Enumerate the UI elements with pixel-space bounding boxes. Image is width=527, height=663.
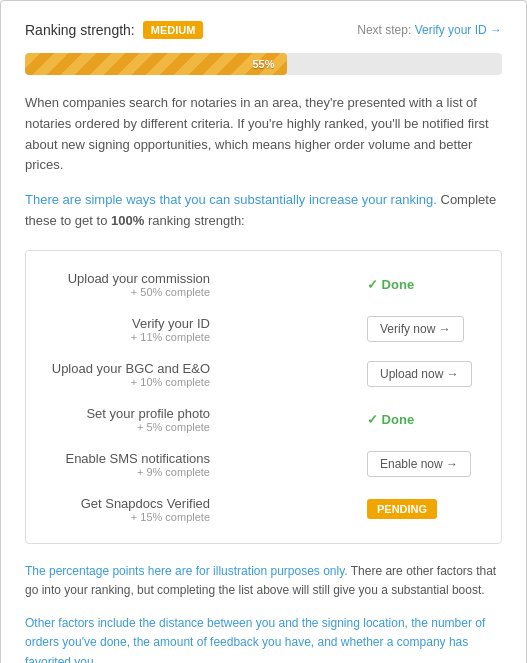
task-label-photo: Set your profile photo + 5% complete [50, 406, 210, 433]
done-label-photo: ✓ Done [367, 412, 414, 427]
done-label-commission: ✓ Done [367, 277, 414, 292]
task-row: Set your profile photo + 5% complete ✓ D… [50, 406, 477, 433]
progress-bar-container: 55% [25, 53, 502, 75]
pending-badge: PENDING [367, 499, 437, 519]
next-step: Next step: Verify your ID → [357, 23, 502, 37]
task-action-photo: ✓ Done [347, 412, 477, 427]
footer-2-text: Other factors include the distance betwe… [25, 616, 485, 663]
task-action-verify-id: Verify now → [347, 316, 477, 342]
description-1: When companies search for notaries in an… [25, 93, 502, 176]
task-points: + 9% complete [50, 466, 210, 478]
task-name: Get Snapdocs Verified [50, 496, 210, 511]
task-action-verified: PENDING [347, 499, 477, 519]
description-2: There are simple ways that you can subst… [25, 190, 502, 232]
desc-end: ranking strength: [148, 213, 245, 228]
progress-bar-fill [25, 53, 287, 75]
task-label-sms: Enable SMS notifications + 9% complete [50, 451, 210, 478]
task-action-sms: Enable now → [347, 451, 477, 477]
upload-now-button[interactable]: Upload now → [367, 361, 472, 387]
verify-now-button[interactable]: Verify now → [367, 316, 464, 342]
task-points: + 10% complete [50, 376, 210, 388]
task-action-bgc: Upload now → [347, 361, 477, 387]
task-name: Upload your BGC and E&O [50, 361, 210, 376]
task-name: Set your profile photo [50, 406, 210, 421]
enable-now-button[interactable]: Enable now → [367, 451, 471, 477]
desc-text-1: When companies search for notaries in an… [25, 95, 489, 172]
task-name: Upload your commission [50, 271, 210, 286]
task-name: Verify your ID [50, 316, 210, 331]
task-points: + 15% complete [50, 511, 210, 523]
desc-100: 100% [111, 213, 144, 228]
task-name: Enable SMS notifications [50, 451, 210, 466]
task-label-verified: Get Snapdocs Verified + 15% complete [50, 496, 210, 523]
task-points: + 50% complete [50, 286, 210, 298]
desc-increase-blue: There are simple ways that you can subst… [25, 192, 437, 207]
ranking-label: Ranking strength: [25, 22, 135, 38]
footer-text-2: Other factors include the distance betwe… [25, 614, 502, 663]
task-row: Enable SMS notifications + 9% complete E… [50, 451, 477, 478]
task-label-bgc: Upload your BGC and E&O + 10% complete [50, 361, 210, 388]
tasks-box: Upload your commission + 50% complete ✓ … [25, 250, 502, 544]
ranking-strength-section: Ranking strength: MEDIUM [25, 21, 203, 39]
task-points: + 11% complete [50, 331, 210, 343]
task-row: Upload your BGC and E&O + 10% complete U… [50, 361, 477, 388]
task-row: Get Snapdocs Verified + 15% complete PEN… [50, 496, 477, 523]
next-step-prefix: Next step: [357, 23, 411, 37]
task-row: Verify your ID + 11% complete Verify now… [50, 316, 477, 343]
next-step-link[interactable]: Verify your ID → [415, 23, 502, 37]
task-label-verify-id: Verify your ID + 11% complete [50, 316, 210, 343]
ranking-modal: Ranking strength: MEDIUM Next step: Veri… [0, 0, 527, 663]
task-row: Upload your commission + 50% complete ✓ … [50, 271, 477, 298]
task-action-commission: ✓ Done [347, 277, 477, 292]
medium-badge: MEDIUM [143, 21, 204, 39]
task-points: + 5% complete [50, 421, 210, 433]
task-label-commission: Upload your commission + 50% complete [50, 271, 210, 298]
progress-label: 55% [252, 58, 274, 70]
footer-text-1: The percentage points here are for illus… [25, 562, 502, 600]
header-row: Ranking strength: MEDIUM Next step: Veri… [25, 21, 502, 39]
footer-blue-text: The percentage points here are for illus… [25, 564, 348, 578]
